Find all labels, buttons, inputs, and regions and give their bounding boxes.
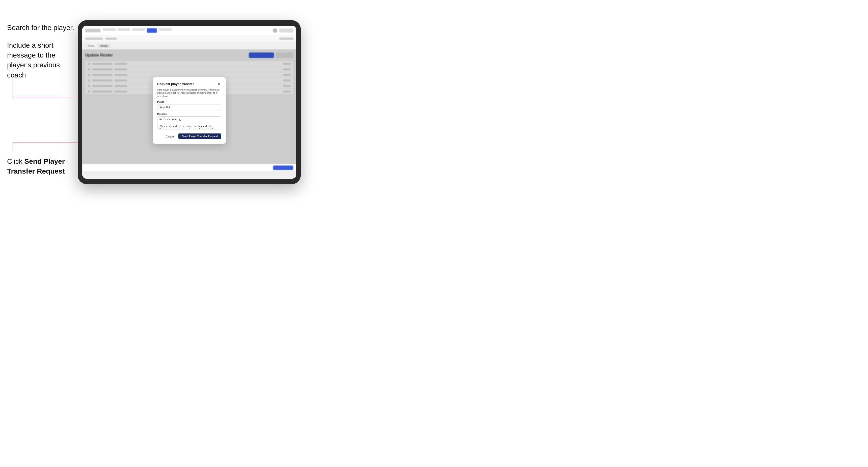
- app-footer: [82, 164, 296, 172]
- message-textarea[interactable]: Hi Coach McHarg, Please accept this tran…: [157, 116, 221, 129]
- nav-item-4: [159, 28, 172, 31]
- app-header-btn: [279, 29, 293, 33]
- instruction-search: Search for the player.: [7, 23, 74, 33]
- click-prefix: Click: [7, 157, 24, 165]
- app-subheader: [82, 35, 296, 42]
- request-transfer-modal: Request player transfer ✕ If the player …: [153, 77, 226, 144]
- modal-description: If the player is transferring from anoth…: [157, 88, 221, 98]
- nav-item-1: [103, 28, 116, 31]
- tab-1: Roster: [85, 44, 97, 48]
- app-content: Update Roster: [82, 50, 296, 172]
- sub-item-1: [85, 38, 103, 40]
- arrow-line-vertical-1: [12, 69, 13, 97]
- instruction-click: Click Send Player Transfer Request: [7, 156, 73, 176]
- modal-footer: Cancel Send Player Transfer Request: [157, 133, 221, 139]
- tablet-device: Roster Roster Update Roster: [78, 20, 301, 184]
- player-input[interactable]: [157, 104, 221, 110]
- app-header-avatar: [273, 28, 277, 33]
- footer-btn: [273, 165, 293, 170]
- cancel-button[interactable]: Cancel: [164, 134, 176, 139]
- tab-2-active: Roster: [98, 44, 111, 48]
- nav-item-2: [118, 28, 130, 31]
- modal-title: Request player transfer: [157, 82, 194, 86]
- app-header: [82, 26, 296, 35]
- instruction-message: Include a short message to the player's …: [7, 40, 73, 80]
- message-label: Message: [157, 113, 221, 115]
- sub-item-2: [105, 38, 117, 40]
- modal-close-button[interactable]: ✕: [217, 82, 221, 86]
- arrow-bottom-line-down: [12, 143, 13, 151]
- player-label: Player: [157, 101, 221, 103]
- sub-item-right: [279, 38, 293, 40]
- modal-overlay: Request player transfer ✕ If the player …: [82, 50, 296, 172]
- tablet-screen: Roster Roster Update Roster: [82, 26, 296, 179]
- nav-item-active: [147, 28, 157, 33]
- modal-header: Request player transfer ✕: [157, 82, 221, 86]
- send-transfer-button[interactable]: Send Player Transfer Request: [178, 133, 221, 139]
- app-logo: [85, 29, 100, 32]
- app-nav-items: [103, 28, 270, 33]
- app-header-right: [273, 28, 293, 33]
- app-tabs: Roster Roster: [82, 42, 296, 50]
- nav-item-3: [132, 28, 145, 31]
